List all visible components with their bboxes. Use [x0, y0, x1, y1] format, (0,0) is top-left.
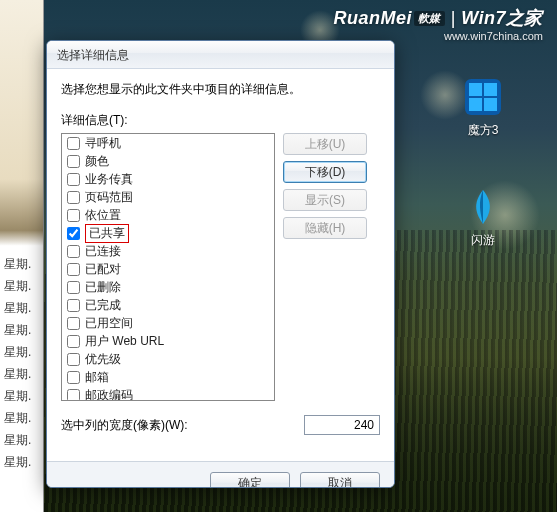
list-item: 星期. [4, 300, 31, 317]
details-item-checkbox[interactable] [67, 335, 80, 348]
details-item-checkbox[interactable] [67, 245, 80, 258]
details-item-checkbox[interactable] [67, 389, 80, 402]
details-item-checkbox[interactable] [67, 209, 80, 222]
watermark: RuanMei軟媒 | Win7之家 www.win7china.com [333, 6, 543, 42]
details-item[interactable]: 已删除 [62, 278, 274, 296]
details-item[interactable]: 颜色 [62, 152, 274, 170]
details-item-checkbox[interactable] [67, 137, 80, 150]
svg-rect-3 [469, 98, 482, 111]
desktop-icon-label: 闪游 [451, 232, 515, 249]
left-panel-strip: 星期. 星期. 星期. 星期. 星期. 星期. 星期. 星期. 星期. 星期. [0, 0, 44, 512]
details-item-checkbox[interactable] [67, 191, 80, 204]
desktop-icon-shanyou[interactable]: 闪游 [451, 186, 515, 249]
list-item: 星期. [4, 256, 31, 273]
details-item-checkbox[interactable] [67, 173, 80, 186]
details-item-label: 业务传真 [85, 171, 133, 188]
choose-details-dialog: 选择详细信息 选择您想显示的此文件夹中项目的详细信息。 详细信息(T): 寻呼机… [46, 40, 395, 488]
details-item[interactable]: 寻呼机 [62, 134, 274, 152]
details-item-checkbox[interactable] [67, 317, 80, 330]
details-item-label: 已删除 [85, 279, 121, 296]
details-item-label: 已配对 [85, 261, 121, 278]
details-item[interactable]: 已用空间 [62, 314, 274, 332]
details-item[interactable]: 业务传真 [62, 170, 274, 188]
details-item-label: 邮政编码 [85, 387, 133, 402]
details-item-label: 已共享 [85, 224, 129, 243]
list-item: 星期. [4, 388, 31, 405]
details-item[interactable]: 用户 Web URL [62, 332, 274, 350]
details-item[interactable]: 邮政编码 [62, 386, 274, 401]
details-item-checkbox[interactable] [67, 299, 80, 312]
details-item-label: 用户 Web URL [85, 333, 164, 350]
details-item[interactable]: 依位置 [62, 206, 274, 224]
details-item-checkbox[interactable] [67, 353, 80, 366]
desktop-icon-mofang[interactable]: 魔方3 [451, 76, 515, 139]
dialog-titlebar[interactable]: 选择详细信息 [47, 41, 394, 69]
list-item: 星期. [4, 410, 31, 427]
list-item: 星期. [4, 454, 31, 471]
list-item: 星期. [4, 322, 31, 339]
details-item-label: 颜色 [85, 153, 109, 170]
details-item[interactable]: 已连接 [62, 242, 274, 260]
details-item-checkbox[interactable] [67, 227, 80, 240]
details-item-label: 页码范围 [85, 189, 133, 206]
watermark-brand-cn: 軟媒 [414, 11, 445, 26]
list-item: 星期. [4, 344, 31, 361]
details-item[interactable]: 已共享 [62, 224, 274, 242]
show-button[interactable]: 显示(S) [283, 189, 367, 211]
details-item-checkbox[interactable] [67, 371, 80, 384]
details-item[interactable]: 已完成 [62, 296, 274, 314]
move-down-button[interactable]: 下移(D) [283, 161, 367, 183]
watermark-title: Win7之家 [461, 8, 543, 28]
svg-rect-1 [469, 83, 482, 96]
details-section-label: 详细信息(T): [61, 112, 380, 129]
dialog-instruction: 选择您想显示的此文件夹中项目的详细信息。 [61, 81, 380, 98]
watermark-brand: RuanMei [333, 8, 412, 28]
column-width-label: 选中列的宽度(像素)(W): [61, 417, 296, 434]
details-item-label: 已完成 [85, 297, 121, 314]
list-item: 星期. [4, 366, 31, 383]
ok-button[interactable]: 确定 [210, 472, 290, 488]
details-item[interactable]: 已配对 [62, 260, 274, 278]
svg-rect-2 [484, 83, 497, 96]
move-up-button[interactable]: 上移(U) [283, 133, 367, 155]
list-item: 星期. [4, 432, 31, 449]
details-item-checkbox[interactable] [67, 155, 80, 168]
details-listbox[interactable]: 寻呼机颜色业务传真页码范围依位置已共享已连接已配对已删除已完成已用空间用户 We… [61, 133, 275, 401]
details-item-label: 寻呼机 [85, 135, 121, 152]
svg-rect-4 [484, 98, 497, 111]
details-item-label: 优先级 [85, 351, 121, 368]
details-item-checkbox[interactable] [67, 281, 80, 294]
list-item: 星期. [4, 278, 31, 295]
details-item-checkbox[interactable] [67, 263, 80, 276]
details-item[interactable]: 邮箱 [62, 368, 274, 386]
cancel-button[interactable]: 取消 [300, 472, 380, 488]
details-item-label: 已用空间 [85, 315, 133, 332]
details-item-label: 依位置 [85, 207, 121, 224]
details-item-label: 已连接 [85, 243, 121, 260]
details-item-label: 邮箱 [85, 369, 109, 386]
details-item[interactable]: 优先级 [62, 350, 274, 368]
column-width-input[interactable] [304, 415, 380, 435]
hide-button[interactable]: 隐藏(H) [283, 217, 367, 239]
dialog-title: 选择详细信息 [57, 48, 129, 62]
desktop-icon-label: 魔方3 [451, 122, 515, 139]
details-item[interactable]: 页码范围 [62, 188, 274, 206]
